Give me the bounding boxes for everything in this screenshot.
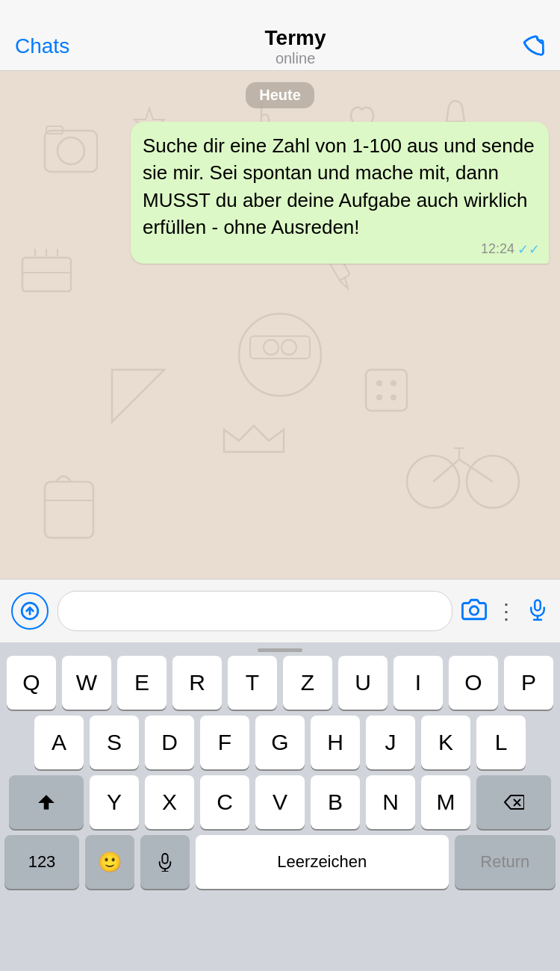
svg-point-12 xyxy=(264,340,279,355)
svg-rect-43 xyxy=(162,854,167,863)
mic-key[interactable] xyxy=(140,835,190,889)
svg-point-31 xyxy=(376,380,382,386)
message-meta: 12:24 ✓✓ xyxy=(481,241,540,258)
message-input-wrap xyxy=(57,591,452,631)
svg-point-10 xyxy=(239,314,321,396)
key-e[interactable]: E xyxy=(117,656,167,710)
message-input[interactable] xyxy=(70,601,440,621)
message-row: Suche dir eine Zahl von 1-100 aus und se… xyxy=(11,122,549,264)
svg-point-34 xyxy=(391,394,396,400)
key-row-2: A S D F G H J K L xyxy=(4,716,556,769)
microphone-button[interactable] xyxy=(526,597,549,625)
key-z[interactable]: Z xyxy=(283,656,332,710)
svg-rect-11 xyxy=(250,336,310,359)
svg-point-13 xyxy=(281,340,296,355)
upload-icon xyxy=(20,601,40,621)
header-center: Termy online xyxy=(69,26,521,67)
key-o[interactable]: O xyxy=(449,656,498,710)
phone-icon xyxy=(521,33,545,57)
key-n[interactable]: N xyxy=(366,775,415,829)
svg-rect-30 xyxy=(366,370,407,411)
camera-button[interactable] xyxy=(461,597,487,625)
numbers-key[interactable]: 123 xyxy=(4,835,79,889)
svg-point-33 xyxy=(376,394,382,400)
header: Chats Termy online xyxy=(0,0,560,71)
svg-rect-38 xyxy=(535,601,541,611)
key-c[interactable]: C xyxy=(200,775,249,829)
key-t[interactable]: T xyxy=(228,656,277,710)
chat-area: Heute Suche dir eine Zahl von 1-100 aus … xyxy=(0,71,560,579)
message-bubble-sent[interactable]: Suche dir eine Zahl von 1-100 aus und se… xyxy=(131,122,549,264)
key-x[interactable]: X xyxy=(145,775,194,829)
key-d[interactable]: D xyxy=(145,716,194,769)
message-time: 12:24 xyxy=(481,241,514,257)
date-badge-text: Heute xyxy=(246,82,314,108)
key-j[interactable]: J xyxy=(366,716,415,769)
svg-point-16 xyxy=(407,456,459,508)
key-p[interactable]: P xyxy=(504,656,553,710)
emoji-key[interactable]: 🙂 xyxy=(85,835,134,889)
key-l[interactable]: L xyxy=(476,716,526,769)
delete-key[interactable] xyxy=(476,775,551,829)
keyboard: Q W E R T Z U I O P A S D F G H J K L xyxy=(0,642,560,971)
contact-name: Termy xyxy=(69,26,521,50)
more-options-button[interactable]: ⋮ xyxy=(496,599,517,624)
key-m[interactable]: M xyxy=(421,775,470,829)
key-b[interactable]: B xyxy=(311,775,360,829)
keyboard-handle-bar xyxy=(258,648,302,652)
key-row-1: Q W E R T Z U I O P xyxy=(4,656,556,710)
space-key[interactable]: Leerzeichen xyxy=(196,835,449,889)
return-key[interactable]: Return xyxy=(455,835,556,889)
camera-icon xyxy=(461,597,487,622)
key-r[interactable]: R xyxy=(172,656,222,710)
microphone-icon xyxy=(526,597,549,622)
keyboard-mic-icon xyxy=(157,852,173,872)
svg-marker-27 xyxy=(112,370,164,422)
svg-point-37 xyxy=(470,607,478,615)
chat-content: Heute Suche dir eine Zahl von 1-100 aus … xyxy=(0,71,560,282)
key-a[interactable]: A xyxy=(34,716,84,769)
phone-call-button[interactable] xyxy=(521,33,545,60)
key-s[interactable]: S xyxy=(90,716,139,769)
key-v[interactable]: V xyxy=(255,775,305,829)
key-w[interactable]: W xyxy=(62,656,111,710)
back-button[interactable]: Chats xyxy=(15,34,69,58)
svg-rect-14 xyxy=(45,482,93,538)
key-h[interactable]: H xyxy=(311,716,360,769)
contact-status: online xyxy=(69,50,521,67)
keyboard-rows: Q W E R T Z U I O P A S D F G H J K L xyxy=(0,656,560,889)
key-g[interactable]: G xyxy=(255,716,305,769)
key-u[interactable]: U xyxy=(338,656,388,710)
shift-key[interactable] xyxy=(9,775,84,829)
key-y[interactable]: Y xyxy=(90,775,139,829)
key-f[interactable]: F xyxy=(200,716,249,769)
date-badge: Heute xyxy=(11,82,549,108)
svg-point-32 xyxy=(391,380,396,386)
upload-button[interactable] xyxy=(11,592,49,630)
key-k[interactable]: K xyxy=(421,716,470,769)
key-row-3: Y X C V B N M xyxy=(4,775,556,829)
input-bar: ⋮ xyxy=(0,579,560,642)
message-text: Suche dir eine Zahl von 1-100 aus und se… xyxy=(143,132,537,241)
key-i[interactable]: I xyxy=(393,656,443,710)
keyboard-handle xyxy=(0,642,560,656)
key-q[interactable]: Q xyxy=(7,656,56,710)
shift-icon xyxy=(37,792,56,812)
delete-icon xyxy=(503,794,524,810)
key-row-bottom: 123 🙂 Leerzeichen Return xyxy=(4,835,556,889)
message-read-ticks: ✓✓ xyxy=(517,241,540,258)
svg-point-17 xyxy=(467,456,519,508)
